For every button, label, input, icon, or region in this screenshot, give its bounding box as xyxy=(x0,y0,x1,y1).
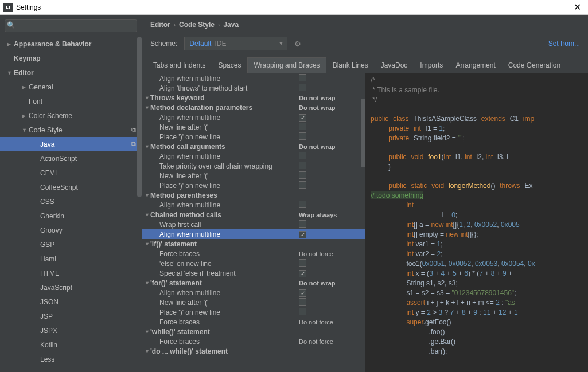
tree-item-general[interactable]: General⧉ xyxy=(0,80,142,94)
tree-item-jsp[interactable]: JSP⧉ xyxy=(0,309,142,323)
tab-wrapping-and-braces[interactable]: Wrapping and Braces xyxy=(247,57,326,73)
tree-item-haml[interactable]: Haml⧉ xyxy=(0,252,142,266)
option-checkbox[interactable] xyxy=(297,162,360,171)
option-value[interactable]: Do not wrap xyxy=(297,104,360,111)
option-row[interactable]: Method declaration parametersDo not wrap xyxy=(142,103,365,112)
scheme-dropdown[interactable]: Default IDE ▼ xyxy=(184,37,287,50)
gear-icon[interactable]: ⚙ xyxy=(294,40,301,48)
option-checkbox[interactable] xyxy=(297,171,360,181)
option-checkbox[interactable] xyxy=(297,259,360,268)
tree-item-less[interactable]: Less⧉ xyxy=(0,352,142,366)
tab-tabs-and-indents[interactable]: Tabs and Indents xyxy=(147,57,212,73)
option-value[interactable]: Do not wrap xyxy=(297,143,360,150)
option-checkbox[interactable]: ✓ xyxy=(297,289,360,297)
tree-item-label: HTML xyxy=(40,269,131,277)
tree-item-cfml[interactable]: CFML⧉ xyxy=(0,166,142,180)
option-label: 'if()' statement xyxy=(150,240,297,248)
tree-item-gsp[interactable]: GSP⧉ xyxy=(0,237,142,252)
option-row[interactable]: Force bracesDo not force xyxy=(142,317,365,327)
option-row[interactable]: Align when multiline xyxy=(142,200,365,210)
tree-item-gherkin[interactable]: Gherkin⧉ xyxy=(0,209,142,223)
tree-item-label: JavaScript xyxy=(40,284,131,292)
option-value[interactable]: Do not force xyxy=(297,338,360,345)
tab-blank-lines[interactable]: Blank Lines xyxy=(326,57,375,73)
tree-item-css[interactable]: CSS⧉ xyxy=(0,194,142,209)
tree-item-keymap[interactable]: Keymap⧉ xyxy=(0,51,142,65)
option-row[interactable]: Method call argumentsDo not wrap xyxy=(142,142,365,151)
option-row[interactable]: Place ')' on new line xyxy=(142,181,365,190)
option-checkbox[interactable] xyxy=(297,298,360,307)
option-value[interactable]: Do not force xyxy=(297,250,360,257)
breadcrumb: Editor › Code Style › Java xyxy=(142,15,588,34)
set-from-link[interactable]: Set from... xyxy=(548,40,580,48)
option-row[interactable]: Align when multiline✓ xyxy=(142,288,365,297)
tab-code-generation[interactable]: Code Generation xyxy=(502,57,567,73)
option-row[interactable]: Wrap first call xyxy=(142,220,365,229)
tree-item-groovy[interactable]: Groovy⧉ xyxy=(0,223,142,237)
option-row[interactable]: 'for()' statementDo not wrap xyxy=(142,278,365,288)
option-row[interactable]: 'while()' statement xyxy=(142,327,365,336)
option-checkbox[interactable] xyxy=(297,84,360,93)
tree-item-color-scheme[interactable]: Color Scheme⧉ xyxy=(0,108,142,123)
tree-item-font[interactable]: Font⧉ xyxy=(0,94,142,108)
option-label: New line after '(' xyxy=(159,123,297,131)
tab-spaces[interactable]: Spaces xyxy=(212,57,247,73)
option-row[interactable]: Align when multiline✓ xyxy=(142,112,365,122)
option-row[interactable]: 'if()' statement xyxy=(142,239,365,249)
option-checkbox[interactable] xyxy=(297,201,360,210)
option-row[interactable]: Take priority over call chain wrapping xyxy=(142,161,365,171)
tab-javadoc[interactable]: JavaDoc xyxy=(375,57,414,73)
option-value[interactable]: Wrap always xyxy=(297,212,360,218)
option-value[interactable]: Do not force xyxy=(297,319,360,326)
option-label: 'else' on new line xyxy=(159,260,297,268)
tree-item-appearance-behavior[interactable]: Appearance & Behavior⧉ xyxy=(0,37,142,51)
option-row[interactable]: 'else' on new line xyxy=(142,259,365,268)
tree-item-label: JSPX xyxy=(40,327,131,335)
options-scrollbar[interactable] xyxy=(361,99,365,167)
option-row[interactable]: Throws keywordDo not wrap xyxy=(142,93,365,103)
tree-item-json[interactable]: JSON⧉ xyxy=(0,295,142,309)
tab-arrangement[interactable]: Arrangement xyxy=(449,57,501,73)
option-checkbox[interactable]: ✓ xyxy=(297,230,360,238)
option-row[interactable]: Align when multiline xyxy=(142,151,365,161)
option-row[interactable]: New line after '(' xyxy=(142,122,365,132)
tree-item-coffeescript[interactable]: CoffeeScript⧉ xyxy=(0,180,142,194)
option-row[interactable]: Place ')' on new line xyxy=(142,132,365,142)
option-checkbox[interactable] xyxy=(297,220,360,229)
option-row[interactable]: Force bracesDo not force xyxy=(142,249,365,259)
tree-item-jspx[interactable]: JSPX⧉ xyxy=(0,323,142,338)
close-icon[interactable]: ✕ xyxy=(570,2,585,13)
option-checkbox[interactable] xyxy=(297,132,360,142)
option-row[interactable]: 'do ... while()' statement xyxy=(142,346,365,356)
option-checkbox[interactable]: ✓ xyxy=(297,269,360,277)
option-checkbox[interactable] xyxy=(297,74,360,83)
tree-item-javascript[interactable]: JavaScript⧉ xyxy=(0,280,142,295)
tree-item-html[interactable]: HTML⧉ xyxy=(0,266,142,280)
option-checkbox[interactable]: ✓ xyxy=(297,113,360,122)
option-checkbox[interactable] xyxy=(297,308,360,317)
option-checkbox[interactable] xyxy=(297,152,360,161)
option-row[interactable]: Force bracesDo not force xyxy=(142,336,365,346)
tree-item-actionscript[interactable]: ActionScript⧉ xyxy=(0,151,142,166)
option-value[interactable]: Do not wrap xyxy=(297,280,360,287)
option-row[interactable]: Special 'else if' treatment✓ xyxy=(142,268,365,278)
option-row[interactable]: Align when multiline xyxy=(142,73,365,83)
tab-imports[interactable]: Imports xyxy=(414,57,449,73)
option-row[interactable]: Place ')' on new line xyxy=(142,307,365,317)
option-checkbox[interactable] xyxy=(297,181,360,190)
option-row[interactable]: Method parentheses xyxy=(142,190,365,200)
search-input[interactable] xyxy=(5,19,137,32)
sidebar-scrollbar[interactable] xyxy=(137,37,142,197)
option-row[interactable]: New line after '(' xyxy=(142,171,365,181)
tree-item-code-style[interactable]: Code Style⧉ xyxy=(0,123,142,137)
option-row[interactable]: New line after '(' xyxy=(142,297,365,307)
option-row[interactable]: Chained method callsWrap always xyxy=(142,210,365,220)
option-value[interactable]: Do not wrap xyxy=(297,95,360,101)
tree-item-java[interactable]: Java⧉ xyxy=(0,137,142,151)
tree-item-editor[interactable]: Editor⧉ xyxy=(0,65,142,80)
option-checkbox[interactable] xyxy=(297,123,360,132)
option-row[interactable]: Align when multiline✓ xyxy=(142,229,365,239)
tree-item-kotlin[interactable]: Kotlin⧉ xyxy=(0,338,142,352)
tree-item-label: CoffeeScript xyxy=(40,183,131,191)
option-row[interactable]: Align 'throws' to method start xyxy=(142,83,365,93)
